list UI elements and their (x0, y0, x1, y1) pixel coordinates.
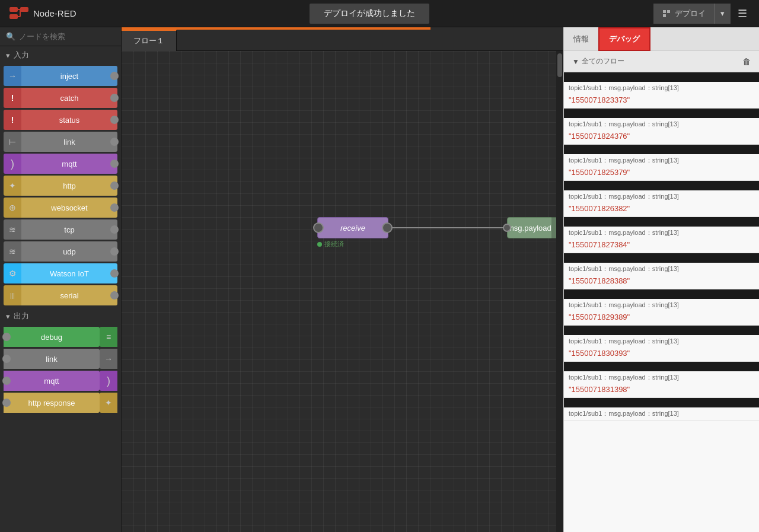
tcp-in-label: tcp (21, 219, 117, 240)
sidebar-section-output: ▾ 出力 debug ≡ link → mqtt (0, 307, 121, 413)
deploy-dropdown-button[interactable]: ▾ (714, 4, 731, 24)
debug-msg-bar-8 (564, 362, 759, 371)
udp-in-icon: ≋ (4, 241, 21, 262)
node-mqtt-out[interactable]: mqtt ) (4, 371, 117, 391)
debug-out-label: debug (4, 327, 100, 347)
node-debug-out[interactable]: debug ≡ (4, 327, 117, 347)
link-in-label: link (21, 132, 117, 152)
link-out-icon: → (100, 349, 117, 369)
node-link-in[interactable]: ⊢ link (4, 132, 117, 152)
section-input-label: 入力 (14, 50, 29, 60)
debug-msg-meta-4: topic1/sub1：msg.payload：string[13] (564, 227, 759, 239)
sidebar-section-input: ▾ 入力 → inject ! catch ! st (0, 46, 121, 305)
catch-port (110, 94, 119, 102)
debug-msg-meta-8: topic1/sub1：msg.payload：string[13] (564, 371, 759, 384)
right-panel-tabs: 情報 デバッグ (564, 27, 759, 51)
node-status[interactable]: ! status (4, 110, 117, 130)
inject-label: inject (21, 66, 117, 86)
link-out-label: link (4, 349, 100, 369)
debug-msg-bar-9 (564, 398, 759, 407)
search-input[interactable] (19, 32, 119, 41)
main-content: 🔍 ▾ 入力 → inject ! catch (0, 27, 759, 532)
mqtt-out-port-left (2, 377, 11, 385)
debug-node-label: msg.payload (508, 224, 551, 232)
flow-node-receive[interactable]: receive (317, 217, 388, 238)
svg-rect-8 (663, 14, 666, 17)
http-resp-port-left (2, 399, 11, 407)
filter-icon: ▼ (572, 58, 579, 66)
node-inject[interactable]: → inject (4, 66, 117, 86)
node-link-out[interactable]: link → (4, 349, 117, 369)
debug-message-9: topic1/sub1：msg.payload：string[13] (564, 398, 759, 420)
debug-msg-meta-1: topic1/sub1：msg.payload：string[13] (564, 118, 759, 130)
debug-messages[interactable]: topic1/sub1：msg.payload：string[13] "1550… (564, 72, 759, 532)
node-http-in[interactable]: ✦ http (4, 176, 117, 196)
menu-button[interactable]: ☰ (731, 0, 754, 27)
node-mqtt-in[interactable]: ) mqtt (4, 154, 117, 174)
chevron-down-icon-output: ▾ (6, 312, 10, 321)
app-logo: Node-RED (0, 7, 86, 20)
node-watson-iot[interactable]: ⚙ Watson IoT (4, 263, 117, 283)
debug-filter-button[interactable]: ▼ 全てのフロー (569, 55, 628, 68)
deploy-success-msg: デプロイが成功しました (310, 4, 429, 24)
http-in-label: http (21, 176, 117, 196)
debug-msg-bar-3 (564, 181, 759, 190)
http-in-port (110, 181, 119, 190)
debug-message-5: topic1/sub1：msg.payload：string[13] "1550… (564, 253, 759, 289)
flow-node-debug[interactable]: msg.payload ≡ (507, 217, 563, 238)
canvas-scroll-thumb (557, 53, 562, 77)
app-title: Node-RED (33, 8, 76, 18)
debug-msg-meta-7: topic1/sub1：msg.payload：string[13] (564, 335, 759, 348)
topbar: Node-RED デプロイが成功しました デプロイ ▾ ☰ (0, 0, 759, 27)
debug-msg-value-1: "1550071824376" (564, 130, 759, 144)
topbar-right: デプロイ ▾ ☰ (653, 0, 754, 27)
tcp-in-port (110, 225, 119, 234)
section-output-label: 出力 (14, 311, 29, 321)
section-output-header[interactable]: ▾ 出力 (0, 307, 121, 325)
debug-message-8: topic1/sub1：msg.payload：string[13] "1550… (564, 362, 759, 398)
node-catch[interactable]: ! catch (4, 88, 117, 108)
flow-canvas[interactable]: receive 接続済 msg.payload ≡ (122, 51, 563, 532)
deploy-button[interactable]: デプロイ (653, 4, 714, 24)
debug-message-0: topic1/sub1：msg.payload：string[13] "1550… (564, 72, 759, 109)
node-serial-in[interactable]: ||| serial (4, 285, 117, 305)
debug-msg-meta-5: topic1/sub1：msg.payload：string[13] (564, 263, 759, 275)
node-tcp-in[interactable]: ≋ tcp (4, 219, 117, 240)
svg-rect-2 (9, 14, 18, 19)
watson-iot-icon: ⚙ (4, 263, 21, 283)
link-out-port-left (2, 355, 11, 363)
debug-msg-value-0: "1550071823373" (564, 94, 759, 108)
debug-msg-value-4: "1550071827384" (564, 239, 759, 253)
node-websocket-in[interactable]: ⊕ websocket (4, 197, 117, 218)
tab-bar: フロー１ (122, 30, 563, 51)
tab-info[interactable]: 情報 (564, 27, 598, 51)
node-http-response[interactable]: http response ✦ (4, 393, 117, 413)
http-resp-label: http response (4, 393, 100, 413)
canvas-scroll-handle[interactable] (556, 51, 563, 532)
debug-msg-bar-2 (564, 145, 759, 154)
mqtt-in-port (110, 160, 119, 168)
status-port (110, 116, 119, 124)
debug-message-1: topic1/sub1：msg.payload：string[13] "1550… (564, 109, 759, 145)
section-input-header[interactable]: ▾ 入力 (0, 46, 121, 64)
chevron-down-icon: ▾ (6, 51, 10, 60)
node-udp-in[interactable]: ≋ udp (4, 241, 117, 262)
flow-connection (390, 227, 507, 228)
serial-in-label: serial (21, 285, 117, 305)
tab-debug[interactable]: デバッグ (598, 27, 650, 51)
debug-msg-meta-0: topic1/sub1：msg.payload：string[13] (564, 82, 759, 94)
websocket-in-icon: ⊕ (4, 197, 21, 218)
search-bar: 🔍 (0, 27, 121, 46)
debug-clear-button[interactable]: 🗑 (739, 55, 754, 68)
debug-message-2: topic1/sub1：msg.payload：string[13] "1550… (564, 145, 759, 181)
canvas-area: フロー１ receive 接続済 msg.payload ≡ (122, 27, 563, 532)
debug-msg-value-5: "1550071828388" (564, 275, 759, 289)
mqtt-in-icon: ) (4, 154, 21, 174)
link-in-icon: ⊢ (4, 132, 21, 152)
serial-in-port (110, 291, 119, 300)
udp-in-label: udp (21, 241, 117, 262)
trash-icon: 🗑 (742, 57, 751, 66)
search-icon: 🔍 (6, 32, 15, 41)
deploy-label: デプロイ (675, 8, 706, 19)
tab-flow1[interactable]: フロー１ (122, 30, 177, 51)
